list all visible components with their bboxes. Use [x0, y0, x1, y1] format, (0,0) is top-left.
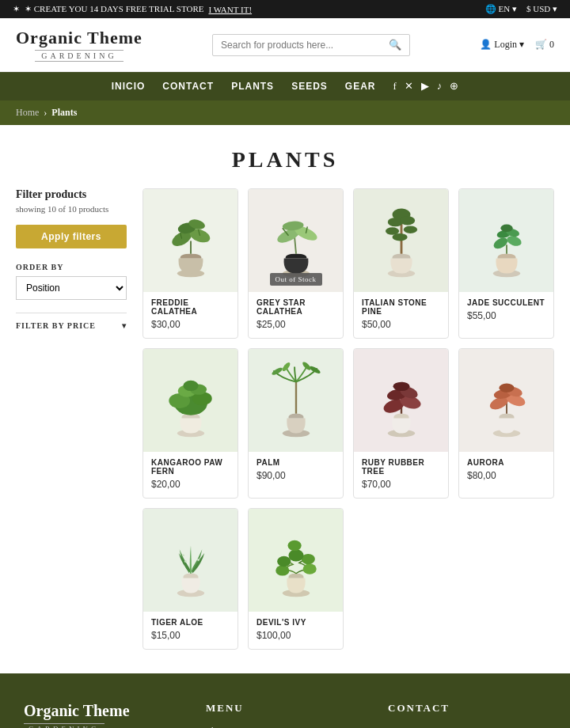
login-link[interactable]: 👤 Login ▾	[480, 39, 524, 51]
product-price-10: $100,00	[256, 630, 335, 641]
product-info-6: PALM $90,00	[249, 452, 343, 489]
footer-brand-col: Organic Theme GARDENING Welcome to our d…	[24, 702, 182, 728]
nav-contact[interactable]: CONTACT	[162, 81, 214, 92]
product-image-6	[264, 359, 328, 442]
main-layout: Filter products showing 10 of 10 product…	[0, 188, 570, 673]
search-icon[interactable]: 🔍	[389, 39, 401, 51]
svg-point-41	[281, 361, 291, 372]
cart-icon[interactable]: 🛒 0	[535, 39, 554, 51]
product-card-4[interactable]: JADE SUCCULENT $55,00	[458, 188, 554, 339]
footer-menu-col: MENU Plants Gear Seeds All Products	[206, 702, 364, 728]
svg-point-21	[403, 226, 416, 233]
product-card-5[interactable]: KANGAROO PAW FERN $20,00	[142, 348, 238, 499]
product-image-8	[475, 359, 538, 442]
facebook-icon[interactable]: f	[393, 80, 396, 93]
product-price-6: $90,00	[256, 470, 335, 481]
nav-plants[interactable]: PLANTS	[231, 81, 274, 92]
breadcrumb-home[interactable]: Home	[16, 107, 39, 119]
product-name-2: GREY STAR CALATHEA	[256, 298, 335, 316]
youtube-icon[interactable]: ▶	[421, 80, 429, 93]
svg-point-29	[500, 224, 512, 232]
product-name-7: RUBY RUBBER TREE	[362, 458, 440, 476]
product-info-2: GREY STAR CALATHEA $25,00	[249, 292, 343, 338]
footer-contact-col: CONTACT 📍 Organic Theme Santiago Santiag…	[388, 702, 546, 728]
apply-filters-button[interactable]: Apply filters	[16, 225, 127, 248]
svg-point-64	[302, 563, 316, 574]
product-card-10[interactable]: DEVIL'S IVY $100,00	[248, 508, 344, 650]
product-price-4: $55,00	[467, 310, 545, 321]
promo-link[interactable]: I WANT IT!	[208, 5, 252, 14]
filter-price-chevron: ▾	[122, 321, 127, 330]
language-selector[interactable]: 🌐 EN ▾	[485, 4, 517, 14]
svg-point-39	[271, 366, 283, 376]
footer-contact-title: CONTACT	[388, 702, 546, 715]
nav-gear[interactable]: GEAR	[345, 81, 376, 92]
product-price-1: $30,00	[151, 319, 230, 330]
filter-count: showing 10 of 10 products	[16, 204, 127, 214]
star-icon: ✶	[13, 4, 20, 14]
product-image-3	[370, 199, 433, 282]
product-image-4	[475, 199, 538, 282]
product-card-6[interactable]: PALM $90,00	[248, 348, 344, 499]
logo-sub: GARDENING	[35, 50, 123, 62]
svg-point-62	[276, 565, 289, 575]
product-info-9: TIGER ALOE $15,00	[143, 612, 238, 649]
header-actions: 👤 Login ▾ 🛒 0	[480, 39, 554, 51]
order-by-select[interactable]: Position Name Price	[16, 276, 127, 300]
product-info-4: JADE SUCCULENT $55,00	[459, 292, 553, 329]
nav-socials: f ✕ ▶ ♪ ⊕	[393, 80, 458, 93]
footer-menu-title: MENU	[206, 702, 364, 715]
product-card-7[interactable]: RUBY RUBBER TREE $70,00	[353, 348, 449, 499]
product-info-7: RUBY RUBBER TREE $70,00	[354, 452, 448, 498]
product-image-9	[159, 519, 222, 602]
svg-point-60	[197, 559, 200, 561]
product-image-1	[159, 199, 222, 282]
search-bar[interactable]: 🔍	[212, 34, 410, 56]
svg-point-63	[277, 555, 291, 566]
promo-text: ✶ CREATE YOU 14 DAYS FREE TRIAL STORE	[25, 4, 203, 14]
product-name-8: AURORA	[467, 458, 545, 467]
product-card-3[interactable]: ITALIAN STONE PINE $50,00	[353, 188, 449, 339]
nav-inicio[interactable]: INICIO	[112, 81, 146, 92]
logo[interactable]: Organic Theme GARDENING	[16, 28, 142, 62]
breadcrumb-sep: ›	[44, 107, 47, 119]
product-name-10: DEVIL'S IVY	[256, 618, 335, 627]
product-info-1: FREDDIE CALATHEA $30,00	[143, 292, 238, 338]
pinterest-icon[interactable]: ⊕	[450, 80, 458, 93]
tiktok-icon[interactable]: ♪	[437, 80, 443, 93]
page-title: PLANTS	[0, 125, 570, 188]
product-card-2[interactable]: Out of Stock GREY STAR CALATHEA $25,00	[248, 188, 344, 339]
top-bar: ✶ ✶ CREATE YOU 14 DAYS FREE TRIAL STORE …	[0, 0, 570, 18]
filter-by-price[interactable]: FILTER BY PRICE ▾	[16, 313, 127, 330]
product-price-9: $15,00	[151, 630, 230, 641]
footer: Organic Theme GARDENING Welcome to our d…	[0, 673, 570, 728]
main-nav: INICIO CONTACT PLANTS SEEDS GEAR f ✕ ▶ ♪…	[0, 72, 570, 100]
currency-selector[interactable]: $ USD ▾	[526, 4, 557, 14]
twitter-icon[interactable]: ✕	[405, 80, 413, 93]
footer-logo-sub: GARDENING	[24, 723, 104, 728]
product-name-5: KANGAROO PAW FERN	[151, 458, 230, 476]
svg-point-40	[308, 365, 321, 375]
svg-point-67	[287, 540, 301, 550]
search-input[interactable]	[221, 40, 389, 51]
promo-area: ✶ ✶ CREATE YOU 14 DAYS FREE TRIAL STORE …	[13, 4, 252, 14]
product-card-8[interactable]: AURORA $80,00	[458, 348, 554, 499]
product-price-2: $25,00	[256, 319, 335, 330]
product-info-8: AURORA $80,00	[459, 452, 553, 489]
product-image-10	[264, 519, 328, 602]
product-price-3: $50,00	[362, 319, 440, 330]
product-price-7: $70,00	[362, 479, 440, 490]
product-name-4: JADE SUCCULENT	[467, 298, 545, 307]
product-card-1[interactable]: FREDDIE CALATHEA $30,00	[142, 188, 238, 339]
products-area: FREDDIE CALATHEA $30,00	[142, 188, 554, 650]
product-name-9: TIGER ALOE	[151, 618, 230, 627]
product-info-3: ITALIAN STONE PINE $50,00	[354, 292, 448, 338]
nav-seeds[interactable]: SEEDS	[291, 81, 328, 92]
order-by-label: ORDER BY	[16, 263, 127, 271]
logo-title: Organic Theme	[16, 28, 142, 48]
product-card-9[interactable]: TIGER ALOE $15,00	[142, 508, 238, 650]
product-name-3: ITALIAN STONE PINE	[362, 298, 440, 316]
product-image-2	[264, 199, 328, 282]
svg-point-58	[184, 560, 186, 563]
top-bar-right: 🌐 EN ▾ $ USD ▾	[485, 4, 557, 14]
